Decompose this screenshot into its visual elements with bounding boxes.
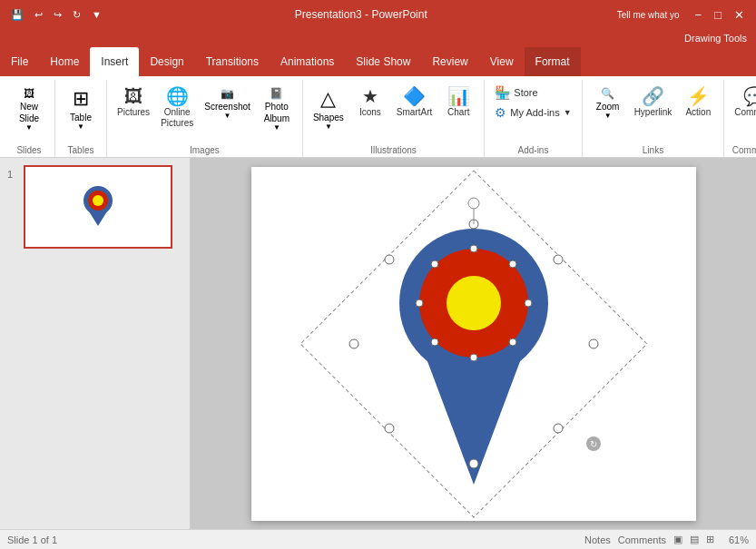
photo-album-icon: 📓 [270, 87, 283, 100]
tab-file[interactable]: File [0, 47, 39, 76]
pictures-icon: 🖼 [124, 87, 142, 105]
group-images: 🖼 Pictures 🌐 OnlinePictures 📷 Screenshot… [107, 80, 303, 157]
svg-point-14 [554, 255, 563, 264]
svg-point-21 [431, 260, 438, 268]
drawing-tools-label: Drawing Tools [675, 29, 756, 47]
slide-info: Slide 1 of 1 [7, 534, 57, 545]
tab-view[interactable]: View [479, 47, 525, 76]
slide-panel: 1 [0, 158, 191, 529]
action-button[interactable]: ⚡ Action [678, 83, 718, 122]
svg-point-20 [525, 299, 532, 307]
slide-thumbnail-1-container: 1 [7, 165, 182, 249]
shapes-button[interactable]: △ Shapes ▼ [309, 83, 349, 134]
status-bar: Slide 1 of 1 Notes Comments ▣ ▤ ⊞ 61% [0, 529, 756, 549]
my-addins-button[interactable]: ⚙ My Add-ins ▼ [490, 103, 575, 122]
icons-icon: ★ [362, 87, 378, 105]
view-reading-icon[interactable]: ⊞ [706, 534, 714, 545]
thumbnail-pin-icon [80, 184, 116, 230]
group-slides: 🖼 New Slide ▼ Slides [4, 80, 55, 157]
svg-point-11 [349, 339, 358, 348]
svg-point-12 [589, 339, 598, 348]
svg-point-23 [431, 338, 438, 346]
minimize-button[interactable]: − [691, 6, 707, 24]
zoom-icon: 🔍 [601, 87, 614, 100]
close-button[interactable]: ✕ [730, 6, 749, 24]
svg-point-15 [385, 424, 394, 433]
screenshot-button[interactable]: 📷 Screenshot ▼ [200, 83, 255, 123]
group-addins: 🏪 Store ⚙ My Add-ins ▼ Add-ins [485, 80, 582, 157]
maximize-button[interactable]: □ [710, 6, 726, 24]
smartart-button[interactable]: 🔷 SmartArt [392, 83, 437, 122]
svg-point-16 [554, 424, 563, 433]
tab-animations[interactable]: Animations [270, 47, 345, 76]
tab-design[interactable]: Design [139, 47, 194, 76]
online-pictures-icon: 🌐 [166, 87, 189, 105]
comments-status-button[interactable]: Comments [618, 534, 666, 545]
screenshot-icon: 📷 [221, 87, 234, 100]
title-bar: 💾 ↩ ↪ ↻ ▼ Presentation3 - PowerPoint Tel… [0, 0, 756, 29]
window-controls: Tell me what yo − □ ✕ [617, 6, 749, 24]
svg-point-22 [509, 260, 516, 268]
drawing-tools-bar: Drawing Tools [0, 29, 756, 47]
svg-point-2 [93, 195, 103, 206]
table-button[interactable]: ⊞ Table ▼ [61, 83, 101, 134]
slide-content-svg: ↻ [251, 167, 696, 521]
repeat-button[interactable]: ↻ [69, 7, 84, 23]
smartart-icon: 🔷 [403, 87, 426, 105]
online-pictures-button[interactable]: 🌐 OnlinePictures [156, 83, 198, 132]
group-comments-label: Comments [730, 143, 756, 157]
notes-button[interactable]: Notes [584, 534, 611, 545]
chart-icon: 📊 [447, 87, 470, 105]
tab-insert[interactable]: Insert [90, 47, 139, 76]
hyperlink-button[interactable]: 🔗 Hyperlink [630, 83, 677, 122]
svg-point-13 [385, 255, 394, 264]
my-addins-icon: ⚙ [495, 105, 506, 120]
main-area: 1 [0, 158, 756, 529]
store-button[interactable]: 🏪 Store [490, 83, 575, 102]
pictures-button[interactable]: 🖼 Pictures [113, 83, 154, 122]
action-icon: ⚡ [687, 87, 710, 105]
tell-me-label: Tell me what yo [617, 10, 680, 20]
group-illustrations: △ Shapes ▼ ★ Icons 🔷 SmartArt 📊 Chart Il… [303, 80, 485, 157]
view-slide-sorter-icon[interactable]: ▤ [690, 534, 699, 545]
tab-review[interactable]: Review [421, 47, 478, 76]
svg-point-10 [469, 459, 478, 468]
tab-home[interactable]: Home [39, 47, 90, 76]
tab-format[interactable]: Format [525, 47, 581, 76]
svg-point-26 [468, 198, 479, 209]
window-title: Presentation3 - PowerPoint [105, 8, 617, 21]
redo-button[interactable]: ↪ [50, 7, 65, 23]
shapes-icon: △ [320, 87, 336, 111]
comment-button[interactable]: 💬 Comment [730, 83, 756, 122]
ribbon-content: 🖼 New Slide ▼ Slides ⊞ Table ▼ Tables [0, 76, 756, 158]
view-normal-icon[interactable]: ▣ [673, 534, 682, 545]
quick-access-toolbar: 💾 ↩ ↪ ↻ ▼ [7, 7, 105, 23]
store-icon: 🏪 [495, 85, 510, 100]
chart-button[interactable]: 📊 Chart [438, 83, 478, 122]
new-slide-button[interactable]: 🖼 New Slide ▼ [9, 83, 49, 135]
zoom-level: 61% [729, 534, 749, 545]
tab-transitions[interactable]: Transitions [195, 47, 270, 76]
svg-text:↻: ↻ [590, 439, 597, 449]
tab-slideshow[interactable]: Slide Show [345, 47, 421, 76]
icons-button[interactable]: ★ Icons [350, 83, 390, 122]
table-icon: ⊞ [73, 87, 89, 111]
group-illustrations-label: Illustrations [309, 143, 478, 157]
photo-album-button[interactable]: 📓 Photo Album ▼ [257, 83, 297, 135]
slide-number-1: 1 [7, 169, 20, 180]
comment-icon: 💬 [743, 87, 757, 105]
svg-point-24 [509, 338, 516, 346]
slide-canvas-area[interactable]: ↻ [191, 158, 756, 529]
undo-button[interactable]: ↩ [31, 7, 46, 23]
zoom-button[interactable]: 🔍 Zoom ▼ [588, 83, 628, 123]
group-images-label: Images [113, 143, 297, 157]
svg-marker-3 [89, 211, 107, 226]
hyperlink-icon: 🔗 [642, 87, 664, 105]
slide-canvas: ↻ [251, 167, 696, 521]
svg-point-18 [470, 354, 477, 361]
group-tables: ⊞ Table ▼ Tables [55, 80, 107, 157]
customize-button[interactable]: ▼ [88, 7, 105, 22]
group-slides-label: Slides [9, 143, 49, 157]
slide-thumbnail-1[interactable] [24, 165, 172, 249]
save-button[interactable]: 💾 [7, 7, 27, 23]
